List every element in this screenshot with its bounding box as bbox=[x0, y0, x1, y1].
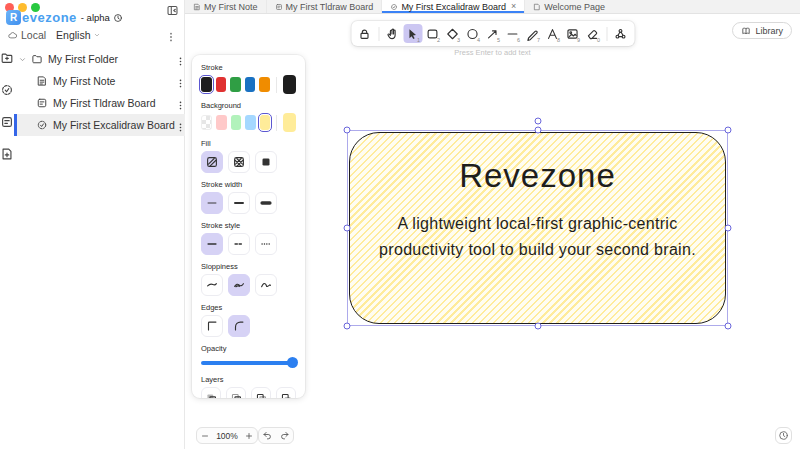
tree-item-excalidraw-board[interactable]: My First Excalidraw Board bbox=[14, 114, 191, 136]
text-tool-button[interactable]: 8 bbox=[543, 24, 562, 43]
rotation-handle[interactable] bbox=[534, 118, 541, 125]
excalidraw-board-icon bbox=[36, 119, 48, 131]
background-color-blue[interactable] bbox=[245, 115, 255, 130]
extra-tools-button[interactable] bbox=[611, 24, 630, 43]
stroke-color-blue[interactable] bbox=[245, 77, 256, 92]
bring-to-front-button[interactable] bbox=[276, 387, 296, 398]
sloppiness-architect-button[interactable] bbox=[201, 274, 223, 296]
tool-shortcut: 0 bbox=[597, 37, 600, 43]
shape-title-text[interactable]: Revezone bbox=[459, 157, 616, 195]
fill-crosshatch-button[interactable] bbox=[228, 151, 250, 173]
background-color-yellow[interactable] bbox=[260, 115, 270, 130]
current-stroke-color[interactable] bbox=[283, 75, 296, 94]
resize-handle-e[interactable] bbox=[725, 225, 732, 232]
eraser-tool-button[interactable]: 0 bbox=[583, 24, 602, 43]
tree-item-label: My First Note bbox=[53, 75, 175, 87]
edges-round-button[interactable] bbox=[228, 315, 250, 337]
resize-handle-s[interactable] bbox=[534, 323, 541, 330]
close-tab-button[interactable]: × bbox=[509, 2, 516, 11]
add-folder-button[interactable] bbox=[0, 50, 14, 64]
resize-handle-n[interactable] bbox=[534, 127, 541, 134]
zoom-out-button[interactable] bbox=[197, 427, 213, 444]
sidebar-menu-button[interactable] bbox=[165, 29, 177, 41]
tab-my-first-tldraw-board[interactable]: My First Tldraw Board bbox=[267, 0, 383, 13]
resize-handle-nw[interactable] bbox=[344, 127, 351, 134]
hand-tool-button[interactable] bbox=[383, 24, 402, 43]
opacity-section: Opacity bbox=[201, 344, 296, 368]
rounded-rectangle-shape[interactable]: Revezone A lightweight local-first graph… bbox=[349, 132, 726, 324]
tab-my-first-excalidraw-board[interactable]: My First Excalidraw Board × bbox=[382, 0, 525, 13]
stroke-width-thin-button[interactable] bbox=[201, 192, 223, 214]
help-button[interactable] bbox=[775, 427, 792, 444]
tab-my-first-note[interactable]: My First Note bbox=[185, 0, 267, 13]
opacity-thumb[interactable] bbox=[287, 357, 298, 368]
line-tool-button[interactable]: 6 bbox=[503, 24, 522, 43]
language-select[interactable]: English bbox=[56, 29, 103, 41]
resize-handle-ne[interactable] bbox=[725, 127, 732, 134]
current-background-color[interactable] bbox=[283, 113, 296, 132]
tree-item-tldraw-board[interactable]: My First Tldraw Board bbox=[14, 92, 191, 114]
selected-shape[interactable]: Revezone A lightweight local-first graph… bbox=[347, 130, 728, 326]
rectangle-tool-button[interactable]: 2 bbox=[423, 24, 442, 43]
tree-folder-row[interactable]: My First Folder bbox=[14, 48, 191, 70]
ellipse-tool-button[interactable]: 4 bbox=[463, 24, 482, 43]
arrow-tool-button[interactable]: 5 bbox=[483, 24, 502, 43]
add-note-button[interactable] bbox=[0, 146, 14, 160]
version-label: - alpha bbox=[81, 12, 110, 23]
folder-expand-chevron-icon[interactable] bbox=[18, 55, 27, 64]
send-to-back-button[interactable] bbox=[201, 387, 221, 398]
image-tool-button[interactable]: 9 bbox=[563, 24, 582, 43]
add-excalidraw-board-button[interactable] bbox=[0, 82, 14, 96]
section-label: Opacity bbox=[201, 344, 296, 353]
tool-shortcut: 4 bbox=[477, 37, 480, 43]
tree-item-note[interactable]: My First Note bbox=[14, 70, 191, 92]
stroke-color-red[interactable] bbox=[216, 77, 227, 92]
sloppiness-cartoonist-button[interactable] bbox=[255, 274, 277, 296]
diamond-tool-button[interactable]: 3 bbox=[443, 24, 462, 43]
background-color-pink[interactable] bbox=[216, 115, 226, 130]
background-section: Background bbox=[201, 101, 296, 132]
resize-handle-sw[interactable] bbox=[344, 323, 351, 330]
tool-shortcut: 5 bbox=[497, 37, 500, 43]
excalidraw-canvas[interactable]: 1 2 3 4 5 6 7 8 9 0 Press Enter to add t… bbox=[185, 14, 800, 449]
zoom-level[interactable]: 100% bbox=[213, 431, 241, 441]
canvas-hint-text: Press Enter to add text bbox=[454, 48, 530, 57]
bring-forward-button[interactable] bbox=[251, 387, 271, 398]
stroke-style-solid-button[interactable] bbox=[201, 233, 223, 255]
stroke-color-black[interactable] bbox=[201, 77, 212, 92]
local-storage-icon bbox=[7, 30, 18, 41]
swatch-divider bbox=[276, 77, 277, 93]
redo-button[interactable] bbox=[276, 427, 293, 444]
opacity-slider[interactable] bbox=[201, 357, 296, 368]
stroke-style-dotted-button[interactable] bbox=[255, 233, 277, 255]
background-color-green[interactable] bbox=[231, 115, 241, 130]
lock-tool-button[interactable] bbox=[355, 24, 374, 43]
undo-button[interactable] bbox=[259, 427, 276, 444]
sloppiness-artist-button[interactable] bbox=[228, 274, 250, 296]
send-backward-button[interactable] bbox=[226, 387, 246, 398]
language-label: English bbox=[56, 29, 90, 41]
stroke-color-green[interactable] bbox=[230, 77, 241, 92]
stroke-color-orange[interactable] bbox=[259, 77, 270, 92]
draw-tool-button[interactable]: 7 bbox=[523, 24, 542, 43]
app-window: R evezone - alpha Local English bbox=[0, 0, 800, 449]
stroke-style-dashed-button[interactable] bbox=[228, 233, 250, 255]
tool-shortcut: 9 bbox=[577, 37, 580, 43]
stroke-width-extrabold-button[interactable] bbox=[255, 192, 277, 214]
resize-handle-w[interactable] bbox=[344, 225, 351, 232]
zoom-in-button[interactable] bbox=[241, 427, 257, 444]
stroke-width-bold-button[interactable] bbox=[228, 192, 250, 214]
collapse-sidebar-button[interactable] bbox=[165, 2, 179, 16]
resize-handle-se[interactable] bbox=[725, 323, 732, 330]
shape-body-text[interactable]: A lightweight local-first graphic-centri… bbox=[379, 211, 696, 262]
background-color-transparent[interactable] bbox=[201, 115, 212, 130]
note-icon bbox=[193, 3, 201, 11]
fill-hachure-button[interactable] bbox=[201, 151, 223, 173]
library-button[interactable]: Library bbox=[732, 22, 792, 39]
add-tldraw-board-button[interactable] bbox=[0, 114, 14, 128]
edges-sharp-button[interactable] bbox=[201, 315, 223, 337]
app-logo: R evezone - alpha bbox=[6, 10, 123, 25]
selection-tool-button[interactable]: 1 bbox=[403, 24, 422, 43]
tab-welcome-page[interactable]: Welcome Page bbox=[525, 0, 613, 13]
fill-solid-button[interactable] bbox=[255, 151, 277, 173]
